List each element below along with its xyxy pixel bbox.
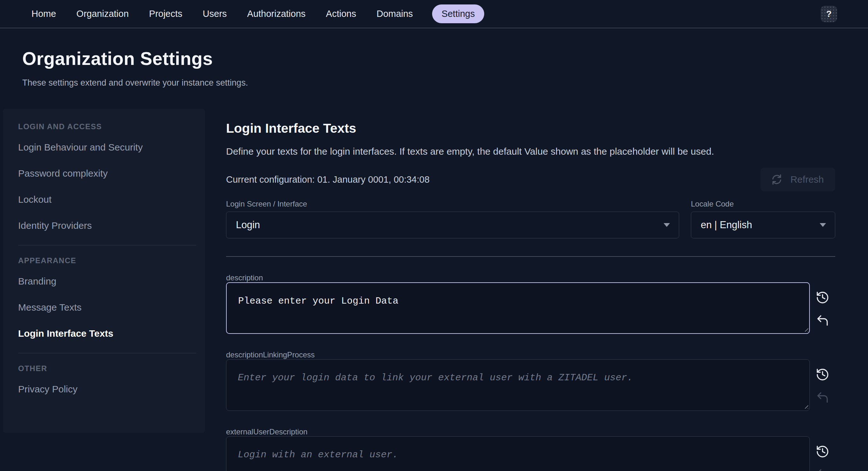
sidebar-divider	[18, 245, 196, 245]
refresh-button[interactable]: Refresh	[761, 168, 835, 191]
section-title: Login Interface Texts	[226, 121, 835, 136]
nav-item-projects[interactable]: Projects	[148, 5, 184, 23]
refresh-button-label: Refresh	[790, 174, 824, 185]
page-title: Organization Settings	[22, 48, 846, 69]
undo-button[interactable]	[815, 313, 830, 328]
sidebar-item-login-behaviour-and-security[interactable]: Login Behaviour and Security	[18, 134, 196, 160]
current-configuration-text: Current configuration: 01. January 0001,…	[226, 174, 430, 185]
restore-default-button[interactable]	[815, 367, 830, 382]
sidebar-item-privacy-policy[interactable]: Privacy Policy	[18, 376, 196, 402]
settings-layout: LOGIN AND ACCESS Login Behaviour and Sec…	[0, 109, 868, 471]
sidebar-section-title-other: OTHER	[18, 364, 196, 373]
nav-item-home[interactable]: Home	[30, 5, 57, 23]
configuration-row: Current configuration: 01. January 0001,…	[226, 168, 835, 191]
nav-item-domains[interactable]: Domains	[375, 5, 414, 23]
sidebar-item-lockout[interactable]: Lockout	[18, 186, 196, 213]
settings-sidebar: LOGIN AND ACCESS Login Behaviour and Sec…	[3, 109, 205, 433]
sidebar-item-login-interface-texts[interactable]: Login Interface Texts	[18, 321, 196, 347]
restore-default-button[interactable]	[815, 290, 830, 305]
login-screen-select-value: Login	[236, 219, 663, 231]
undo-button[interactable]	[815, 467, 830, 471]
history-icon	[815, 367, 830, 382]
main-navigation: Home Organization Projects Users Authori…	[30, 4, 484, 23]
dropdown-arrow-icon	[663, 223, 670, 227]
login-screen-select[interactable]: Login	[226, 212, 679, 238]
description-linking-process-field-actions	[810, 359, 835, 411]
description-field-label: description	[226, 273, 263, 282]
page-subtitle: These settings extend and overwrite your…	[22, 78, 846, 88]
sidebar-item-identity-providers[interactable]: Identity Providers	[18, 213, 196, 239]
locale-select-group: Locale Code en | English	[691, 200, 835, 238]
description-textarea[interactable]: Please enter your Login Data	[226, 282, 810, 334]
history-icon	[815, 445, 830, 459]
locale-select[interactable]: en | English	[691, 212, 835, 238]
nav-item-organization[interactable]: Organization	[75, 5, 130, 23]
description-field-actions	[810, 282, 835, 334]
help-button[interactable]: ?	[820, 6, 837, 22]
description-linking-process-field-label: descriptionLinkingProcess	[226, 350, 315, 359]
section-divider	[226, 256, 835, 257]
sidebar-item-password-complexity[interactable]: Password complexity	[18, 160, 196, 186]
locale-select-label: Locale Code	[691, 200, 835, 208]
locale-select-value: en | English	[701, 219, 820, 231]
field-description-linking-process: descriptionLinkingProcess	[226, 350, 835, 411]
sidebar-divider	[18, 353, 196, 353]
nav-item-users[interactable]: Users	[202, 5, 228, 23]
selectors-row: Login Screen / Interface Login Locale Co…	[226, 200, 835, 238]
restore-default-button[interactable]	[815, 444, 830, 459]
undo-icon	[815, 314, 830, 327]
dropdown-arrow-icon	[820, 223, 826, 227]
login-screen-select-label: Login Screen / Interface	[226, 200, 679, 208]
external-user-description-field-actions	[810, 436, 835, 471]
nav-item-authorizations[interactable]: Authorizations	[246, 5, 307, 23]
nav-item-settings[interactable]: Settings	[432, 4, 485, 23]
top-nav: Home Organization Projects Users Authori…	[0, 0, 868, 28]
field-external-user-description: externalUserDescription	[226, 428, 835, 471]
description-linking-process-textarea[interactable]	[226, 359, 810, 411]
nav-item-actions[interactable]: Actions	[324, 5, 358, 23]
sidebar-section-title-login-and-access: LOGIN AND ACCESS	[18, 122, 196, 131]
login-screen-select-group: Login Screen / Interface Login	[226, 200, 679, 238]
refresh-icon	[770, 173, 783, 186]
undo-icon	[815, 468, 830, 471]
sidebar-item-message-texts[interactable]: Message Texts	[18, 294, 196, 321]
sidebar-section-title-appearance: APPEARANCE	[18, 256, 196, 265]
undo-icon	[815, 390, 830, 405]
login-interface-texts-panel: Login Interface Texts Define your texts …	[226, 109, 835, 471]
field-description: description Please enter your Login Data	[226, 273, 835, 334]
history-icon	[815, 291, 830, 304]
external-user-description-textarea[interactable]	[226, 436, 810, 471]
external-user-description-field-label: externalUserDescription	[226, 428, 307, 436]
undo-button[interactable]	[815, 390, 830, 405]
section-description: Define your texts for the login interfac…	[226, 146, 835, 157]
sidebar-item-branding[interactable]: Branding	[18, 268, 196, 294]
question-mark-icon: ?	[826, 9, 831, 19]
page-header: Organization Settings These settings ext…	[0, 28, 868, 88]
